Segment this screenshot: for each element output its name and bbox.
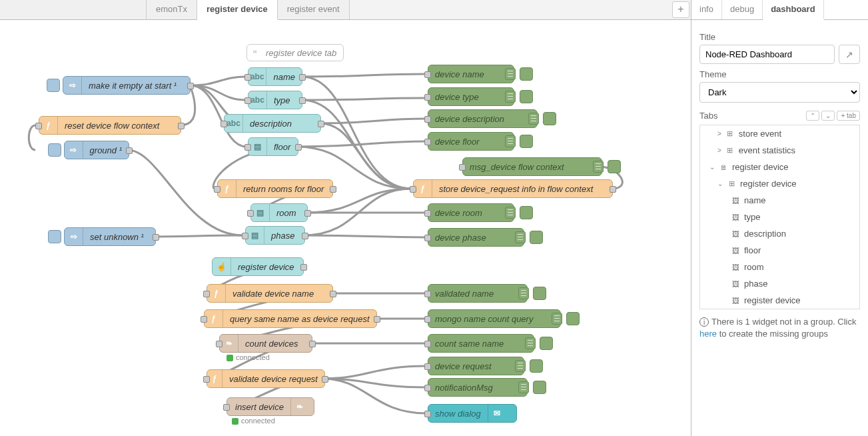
inject-button[interactable] <box>48 230 61 243</box>
debug-toggle[interactable] <box>530 359 543 373</box>
sidebar-tab-debug[interactable]: debug <box>722 0 763 19</box>
sidebar-tab-info[interactable]: info <box>691 0 722 19</box>
debug-node[interactable]: device type <box>428 87 514 106</box>
grid-icon: ⊞ <box>727 179 736 189</box>
workspace-tab[interactable]: emonTx <box>147 0 197 19</box>
debug-toggle[interactable] <box>530 231 543 244</box>
sidebar-tab-dashboard[interactable]: dashboard <box>763 0 823 20</box>
tree-tab[interactable]: ⌄🗎register device <box>700 159 859 175</box>
inject-node[interactable]: ⇨set unknown ¹ <box>64 227 156 246</box>
create-groups-link[interactable]: here <box>699 329 717 339</box>
debug-node[interactable]: device phase <box>428 228 524 247</box>
open-dashboard-button[interactable]: ↗ <box>839 45 860 64</box>
ui-button-node[interactable]: ☝register device <box>212 257 304 276</box>
sidebar-tabs: info debug dashboard <box>691 0 868 20</box>
dashboard-title-input[interactable] <box>699 45 835 64</box>
debug-node[interactable]: device floor <box>428 132 514 151</box>
comment-node[interactable]: register device tab <box>246 44 344 61</box>
debug-toggle[interactable] <box>566 312 580 325</box>
theme-label: Theme <box>699 69 860 79</box>
mail-icon: ✉ <box>488 405 506 422</box>
tree-widget[interactable]: 🖼floor <box>700 242 859 259</box>
tree-widget[interactable]: 🖼register device <box>700 292 859 309</box>
expand-button[interactable]: ⌄ <box>821 111 835 121</box>
tree-widget[interactable]: 🖼name <box>700 192 859 209</box>
workspace-tab[interactable]: register event <box>278 0 350 19</box>
status-dot <box>232 418 238 425</box>
collapse-button[interactable]: ⌃ <box>806 111 819 121</box>
tree-widget[interactable]: 🖼type <box>700 209 859 225</box>
mongodb-node[interactable]: ❧count devices <box>219 334 312 353</box>
add-tab-button[interactable]: + tab <box>837 111 860 121</box>
ui-dropdown-node[interactable]: ▤floor <box>248 137 298 156</box>
debug-node[interactable]: device description <box>428 109 538 128</box>
flow-canvas[interactable]: register device tab ⇨make it empty at st… <box>0 20 691 436</box>
debug-toggle[interactable] <box>520 90 533 103</box>
debug-bars-icon <box>505 135 516 147</box>
arrow-icon: ⇨ <box>65 141 83 159</box>
debug-bars-icon <box>515 231 526 243</box>
function-node[interactable]: ƒstore device_request info in flow conte… <box>413 179 613 198</box>
tree-group[interactable]: >⊞store event <box>700 125 859 142</box>
debug-node[interactable]: device name <box>428 65 514 83</box>
debug-bars-icon <box>515 360 526 372</box>
debug-toggle[interactable] <box>520 135 533 148</box>
abc-icon: abc <box>248 91 267 109</box>
grid-icon: ⊞ <box>725 146 735 155</box>
add-tab-button[interactable]: + <box>672 1 689 18</box>
mongodb-node[interactable]: insert device❧ <box>226 397 314 416</box>
debug-node[interactable]: count same name <box>428 334 534 353</box>
tree-group[interactable]: ⌄⊞register device <box>700 175 859 192</box>
theme-select[interactable]: Dark <box>699 82 860 103</box>
debug-toggle[interactable] <box>533 287 546 300</box>
function-node[interactable]: ƒreturn rooms for floor <box>217 179 333 198</box>
debug-bars-icon <box>505 91 516 103</box>
abc-icon: abc <box>224 115 243 132</box>
debug-node[interactable]: mongo name count query <box>428 309 561 328</box>
workspace-tabs: emonTx register device register event + <box>0 0 691 20</box>
image-icon: 🖼 <box>731 263 740 272</box>
debug-node[interactable]: msg_device flow context <box>462 157 602 176</box>
function-node[interactable]: ƒvalidate device request <box>207 369 325 388</box>
image-icon: 🖼 <box>731 196 740 205</box>
debug-node[interactable]: notificationMsg <box>428 378 528 397</box>
tree-widget[interactable]: 🖼description <box>700 225 859 242</box>
debug-bars-icon <box>505 68 516 80</box>
status-dot <box>226 355 233 361</box>
debug-bars-icon <box>505 207 516 219</box>
debug-node[interactable]: device request <box>428 357 524 375</box>
image-icon: 🖼 <box>731 246 740 255</box>
ui-text-input-node[interactable]: abctype <box>248 91 302 109</box>
page-icon: 🗎 <box>719 163 728 172</box>
inject-button[interactable] <box>47 79 60 92</box>
ui-dropdown-node[interactable]: ▤phase <box>245 226 305 245</box>
workspace-tab[interactable] <box>0 0 147 19</box>
debug-toggle[interactable] <box>608 160 621 173</box>
debug-node[interactable]: device room <box>428 203 514 222</box>
leaf-icon: ❧ <box>220 335 238 352</box>
workspace-tab[interactable]: register device <box>197 0 278 20</box>
function-node[interactable]: ƒreset device flow context <box>39 116 181 135</box>
function-node[interactable]: ƒvalidate device name <box>207 284 333 303</box>
inject-node[interactable]: ⇨make it empty at start ¹ <box>63 76 191 95</box>
tree-group[interactable]: >⊞event statistics <box>700 142 859 159</box>
tree-widget[interactable]: 🖼room <box>700 259 859 275</box>
inject-node[interactable]: ⇨ground ¹ <box>64 141 129 159</box>
function-icon: ƒ <box>205 310 223 327</box>
tree-widget[interactable]: 🖼phase <box>700 275 859 292</box>
debug-toggle[interactable] <box>540 337 553 350</box>
function-node[interactable]: ƒquery same name as device request <box>204 309 377 328</box>
debug-toggle[interactable] <box>520 206 533 219</box>
debug-toggle[interactable] <box>543 112 556 125</box>
ui-text-input-node[interactable]: abcname <box>248 67 302 86</box>
ui-notification-node[interactable]: show dialog✉ <box>428 404 517 423</box>
ui-text-input-node[interactable]: abcdescription <box>224 114 321 133</box>
image-icon: 🖼 <box>731 279 740 289</box>
debug-toggle[interactable] <box>520 67 533 81</box>
inject-button[interactable] <box>48 143 61 157</box>
ui-dropdown-node[interactable]: ▤room <box>250 203 308 222</box>
debug-node[interactable]: validated name <box>428 284 528 303</box>
debug-toggle[interactable] <box>533 381 546 394</box>
image-icon: 🖼 <box>731 229 740 239</box>
widget-notice: iThere is 1 widget not in a group. Click… <box>699 316 860 340</box>
